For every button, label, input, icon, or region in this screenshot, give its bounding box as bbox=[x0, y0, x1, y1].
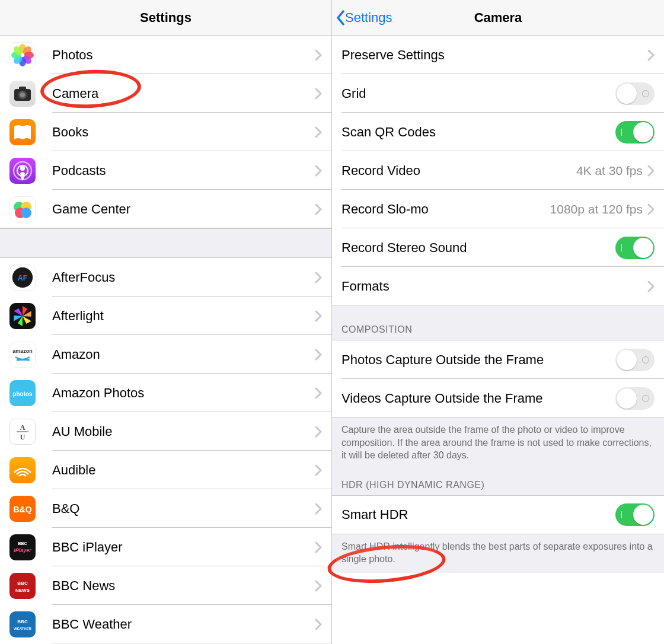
svg-text:B&Q: B&Q bbox=[13, 505, 31, 514]
settings-row-afterfocus[interactable]: AFAfterFocus bbox=[0, 258, 331, 297]
row-label: Videos Capture Outside the Frame bbox=[341, 391, 615, 406]
settings-row-bbciplayer[interactable]: BBCiPlayerBBC iPlayer bbox=[0, 528, 331, 566]
row-label: Smart HDR bbox=[341, 507, 615, 522]
row-label: Grid bbox=[341, 86, 615, 101]
settings-row-bbcnews[interactable]: BBCNEWSBBC News bbox=[0, 566, 331, 605]
row-label: Photos bbox=[52, 47, 315, 63]
row-label: Preserve Settings bbox=[341, 47, 647, 63]
settings-row-bbcweather[interactable]: BBCWEATHERBBC Weather bbox=[0, 605, 331, 643]
row-label: B&Q bbox=[52, 501, 315, 517]
row-label: Record Slo-mo bbox=[341, 202, 550, 217]
chevron-right-icon bbox=[647, 165, 655, 177]
row-label: Game Center bbox=[52, 202, 315, 217]
back-button[interactable]: Settings bbox=[336, 0, 392, 35]
settings-screen: Settings PhotosCameraBooksPodcastsGame C… bbox=[0, 0, 332, 644]
chevron-right-icon bbox=[315, 619, 322, 630]
settings-row-audible[interactable]: Audible bbox=[0, 451, 331, 489]
row-label: Amazon bbox=[52, 347, 315, 362]
settings-row-amazonphotos[interactable]: photosAmazon Photos bbox=[0, 374, 331, 412]
camera-icon bbox=[9, 81, 36, 107]
svg-text:BBC: BBC bbox=[17, 581, 28, 586]
chevron-right-icon bbox=[315, 272, 322, 283]
settings-row-afterlight[interactable]: Afterlight bbox=[0, 297, 331, 335]
settings-row-books[interactable]: Books bbox=[0, 113, 331, 151]
row-record-video[interactable]: Record Video 4K at 30 fps bbox=[332, 151, 664, 190]
settings-row-photos[interactable]: Photos bbox=[0, 36, 331, 74]
toggle-stereo[interactable] bbox=[615, 237, 655, 259]
settings-group-apps: AFAfterFocusAfterlightamazonAmazonphotos… bbox=[0, 258, 331, 643]
row-label: Amazon Photos bbox=[52, 385, 315, 401]
row-smart-hdr: Smart HDR bbox=[332, 496, 664, 534]
settings-title: Settings bbox=[140, 10, 191, 25]
row-record-stereo-sound: Record Stereo Sound bbox=[332, 228, 664, 267]
chevron-right-icon bbox=[315, 203, 322, 215]
settings-row-bq[interactable]: B&QB&Q bbox=[0, 489, 331, 528]
bq-icon: B&Q bbox=[9, 496, 36, 522]
chevron-right-icon bbox=[647, 203, 655, 215]
row-formats[interactable]: Formats bbox=[332, 267, 664, 305]
section-gap bbox=[0, 228, 331, 258]
section-header-composition: COMPOSITION bbox=[332, 305, 664, 340]
camera-header: Settings Camera bbox=[332, 0, 664, 36]
settings-group-system: PhotosCameraBooksPodcastsGame Center bbox=[0, 36, 331, 228]
row-preserve-settings[interactable]: Preserve Settings bbox=[332, 36, 664, 74]
audible-icon bbox=[9, 457, 36, 483]
settings-row-gamecenter[interactable]: Game Center bbox=[0, 190, 331, 228]
toggle-smart-hdr[interactable] bbox=[615, 503, 655, 526]
camera-screen: Settings Camera Preserve Settings Grid S… bbox=[332, 0, 664, 644]
bbcnews-icon: BBCNEWS bbox=[9, 573, 36, 599]
row-detail: 1080p at 120 fps bbox=[550, 202, 643, 216]
row-label: Afterlight bbox=[52, 308, 315, 324]
settings-row-aumobile[interactable]: AUAU Mobile bbox=[0, 412, 331, 451]
svg-text:photos: photos bbox=[12, 391, 33, 397]
row-label: BBC iPlayer bbox=[52, 540, 315, 555]
svg-text:iPlayer: iPlayer bbox=[14, 547, 31, 553]
books-icon bbox=[9, 119, 36, 145]
svg-text:AF: AF bbox=[18, 273, 28, 282]
row-detail: 4K at 30 fps bbox=[576, 164, 643, 178]
podcasts-icon bbox=[9, 158, 36, 184]
aumobile-icon: AU bbox=[9, 419, 36, 445]
svg-text:amazon: amazon bbox=[12, 348, 33, 354]
svg-text:BBC: BBC bbox=[17, 619, 28, 624]
chevron-right-icon bbox=[315, 426, 322, 438]
chevron-right-icon bbox=[315, 541, 322, 553]
svg-point-12 bbox=[20, 93, 25, 97]
row-label: Audible bbox=[52, 463, 315, 478]
row-label: AU Mobile bbox=[52, 424, 315, 439]
chevron-right-icon bbox=[315, 165, 322, 177]
row-label: BBC Weather bbox=[52, 617, 315, 632]
gamecenter-icon bbox=[9, 196, 36, 222]
chevron-right-icon bbox=[315, 387, 322, 399]
toggle-videos-outside[interactable] bbox=[615, 387, 655, 410]
amazonphotos-icon: photos bbox=[9, 380, 36, 406]
settings-row-amazon[interactable]: amazonAmazon bbox=[0, 335, 331, 374]
svg-point-15 bbox=[20, 166, 25, 171]
chevron-right-icon bbox=[315, 310, 322, 322]
chevron-right-icon bbox=[647, 49, 655, 61]
row-label: Formats bbox=[341, 279, 647, 294]
svg-text:A: A bbox=[20, 423, 25, 432]
camera-title: Camera bbox=[474, 10, 522, 25]
svg-text:BBC: BBC bbox=[18, 541, 27, 546]
toggle-scan-qr[interactable] bbox=[615, 121, 655, 144]
svg-text:NEWS: NEWS bbox=[15, 588, 30, 593]
afterlight-icon bbox=[9, 303, 36, 329]
row-label: Record Video bbox=[341, 163, 576, 178]
row-label: BBC News bbox=[52, 578, 315, 594]
svg-text:U: U bbox=[20, 433, 25, 441]
chevron-right-icon bbox=[315, 88, 322, 100]
chevron-right-icon bbox=[647, 280, 655, 292]
row-label: Scan QR Codes bbox=[341, 125, 615, 140]
bbcweather-icon: BBCWEATHER bbox=[9, 611, 36, 637]
toggle-grid[interactable] bbox=[615, 82, 655, 105]
settings-row-podcasts[interactable]: Podcasts bbox=[0, 151, 331, 190]
toggle-photos-outside[interactable] bbox=[615, 349, 655, 371]
row-photos-outside-frame: Photos Capture Outside the Frame bbox=[332, 340, 664, 379]
settings-row-camera[interactable]: Camera bbox=[0, 74, 331, 113]
bbciplayer-icon: BBCiPlayer bbox=[9, 534, 36, 560]
row-scan-qr-codes: Scan QR Codes bbox=[332, 113, 664, 151]
afterfocus-icon: AF bbox=[9, 264, 36, 291]
chevron-right-icon bbox=[315, 464, 322, 476]
row-record-slo-mo[interactable]: Record Slo-mo 1080p at 120 fps bbox=[332, 190, 664, 228]
